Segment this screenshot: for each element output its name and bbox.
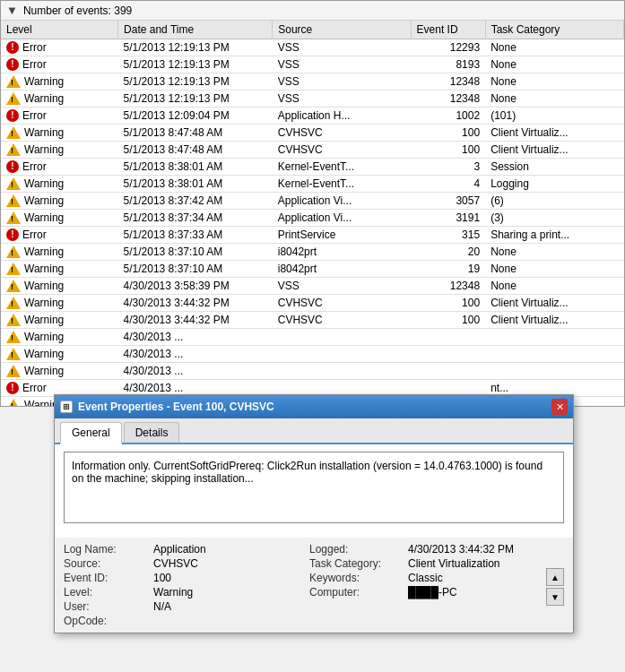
datetime-cell: 5/1/2013 8:37:10 AM [118, 244, 273, 261]
taskcategory-cell: (101) [485, 108, 623, 125]
eventid-cell: 100 [411, 125, 485, 142]
table-header: Level Date and Time Source Event ID Task… [1, 21, 624, 39]
source-cell: i8042prt [273, 244, 411, 261]
logged-label: Logged: [309, 543, 408, 556]
taskcategory-cell: None [485, 90, 623, 108]
level-cell: Warning [6, 348, 113, 360]
warning-icon [6, 399, 21, 406]
table-row[interactable]: !Error5/1/2013 12:19:13 PMVSS8193None [1, 56, 624, 73]
level-cell: Warning [6, 246, 113, 258]
level-text: Warning [24, 331, 64, 343]
datetime-cell: 4/30/2013 ... [118, 363, 273, 380]
table-row[interactable]: !Error5/1/2013 8:38:01 AMKernel-EventT..… [1, 159, 624, 176]
datetime-cell: 5/1/2013 8:38:01 AM [118, 159, 273, 176]
table-row[interactable]: Warning4/30/2013 ... [1, 329, 624, 346]
col-eventid[interactable]: Event ID [411, 21, 485, 39]
taskcategory-cell [485, 363, 623, 380]
taskcategory-cell: None [485, 278, 623, 295]
eventid-cell: 19 [411, 261, 485, 278]
eventid-cell: 3057 [411, 193, 485, 210]
datetime-cell: 5/1/2013 8:37:10 AM [118, 261, 273, 278]
eventid-cell: 100 [411, 312, 485, 329]
opcode-value [153, 615, 309, 627]
table-row[interactable]: Warning5/1/2013 8:37:10 AMi8042prt20None [1, 244, 624, 261]
source-cell: VSS [273, 56, 411, 73]
taskcategory-cell: None [485, 244, 623, 261]
event-id-label: Event ID: [64, 572, 153, 584]
table-row[interactable]: Warning5/1/2013 12:19:13 PMVSS12348None [1, 73, 624, 90]
dialog-footer: Log Name: Application Logged: 4/30/2013 … [55, 538, 573, 633]
table-row[interactable]: !Error5/1/2013 12:09:04 PMApplication H.… [1, 108, 624, 125]
warning-icon [6, 297, 21, 309]
table-row[interactable]: Warning5/1/2013 8:37:42 AMApplication Vi… [1, 193, 624, 210]
table-row[interactable]: !Error5/1/2013 12:19:13 PMVSS12293None [1, 39, 624, 56]
datetime-cell: 5/1/2013 8:37:33 AM [118, 227, 273, 244]
source-cell: VSS [273, 73, 411, 90]
computer-label: Computer: [309, 586, 408, 599]
error-icon: ! [6, 160, 19, 173]
level-cell: Warning [6, 211, 113, 224]
level-text: Warning [24, 143, 64, 156]
eventid-cell: 12293 [411, 39, 485, 56]
level-cell: Warning [6, 280, 113, 292]
keywords-value: Classic [408, 572, 564, 584]
table-row[interactable]: Warning5/1/2013 12:19:13 PMVSS12348None [1, 90, 624, 108]
event-message: Information only. CurrentSoftGridPrereq:… [64, 452, 564, 523]
taskcategory-cell: Client Virtualiz... [485, 295, 623, 312]
level-cell: Warning [6, 331, 113, 343]
scroll-up-button[interactable]: ▲ [546, 568, 564, 586]
col-datetime[interactable]: Date and Time [118, 21, 273, 39]
details-grid: Log Name: Application Logged: 4/30/2013 … [64, 543, 564, 627]
level-text: Warning [24, 280, 64, 292]
taskcategory-cell: Client Virtualiz... [485, 312, 623, 329]
table-row[interactable]: Warning5/1/2013 8:47:48 AMCVHSVC100Clien… [1, 142, 624, 159]
datetime-cell: 5/1/2013 8:37:42 AM [118, 193, 273, 210]
opcode-label: OpCode: [64, 615, 153, 627]
source-cell: CVHSVC [273, 312, 411, 329]
table-row[interactable]: Warning4/30/2013 ... [1, 346, 624, 363]
datetime-cell: 5/1/2013 8:47:48 AM [118, 125, 273, 142]
datetime-cell: 5/1/2013 8:38:01 AM [118, 176, 273, 193]
level-text: Warning [24, 246, 64, 258]
table-row[interactable]: Warning5/1/2013 8:37:34 AMApplication Vi… [1, 210, 624, 227]
dialog-content: Information only. CurrentSoftGridPrereq:… [55, 444, 573, 538]
level-text: Warning [24, 126, 64, 139]
eventid-cell: 12348 [411, 90, 485, 108]
scroll-down-button[interactable]: ▼ [546, 588, 564, 606]
taskcategory-cell: None [485, 39, 623, 56]
table-row[interactable]: Warning4/30/2013 3:44:32 PMCVHSVC100Clie… [1, 312, 624, 329]
col-source[interactable]: Source [273, 21, 411, 39]
source-cell: CVHSVC [273, 125, 411, 142]
dialog-title-left: ⊞ Event Properties - Event 100, CVHSVC [60, 401, 274, 413]
col-taskcategory[interactable]: Task Category [485, 21, 623, 39]
taskcategory-cell [485, 346, 623, 363]
taskcategory-cell: None [485, 73, 623, 90]
taskcategory-cell: Client Virtualiz... [485, 142, 623, 159]
source-cell: Application H... [273, 108, 411, 125]
level-text: Error [22, 228, 47, 241]
tab-details[interactable]: Details [124, 422, 180, 443]
eventid-cell: 3 [411, 159, 485, 176]
taskcategory-cell: Session [485, 159, 623, 176]
filter-bar: ▼ Number of events: 399 [1, 1, 624, 21]
table-row[interactable]: Warning5/1/2013 8:47:48 AMCVHSVC100Clien… [1, 125, 624, 142]
table-row[interactable]: Warning5/1/2013 8:38:01 AMKernel-EventT.… [1, 176, 624, 193]
table-row[interactable]: !Error5/1/2013 8:37:33 AMPrintService315… [1, 227, 624, 244]
warning-icon [6, 331, 21, 343]
source-cell: VSS [273, 39, 411, 56]
warning-icon [6, 194, 21, 207]
table-row[interactable]: Warning4/30/2013 ... [1, 363, 624, 380]
col-level[interactable]: Level [1, 21, 118, 39]
table-row[interactable]: Warning5/1/2013 8:37:10 AMi8042prt19None [1, 261, 624, 278]
level-text: Error [22, 41, 47, 54]
level-text: Error [22, 382, 47, 394]
level-cell: Warning [6, 314, 113, 326]
dialog-close-button[interactable]: ✕ [551, 399, 568, 415]
source-label: Source: [64, 557, 153, 570]
table-row[interactable]: Warning4/30/2013 3:44:32 PMCVHSVC100Clie… [1, 295, 624, 312]
datetime-cell: 4/30/2013 3:44:32 PM [118, 312, 273, 329]
tab-general[interactable]: General [60, 422, 122, 444]
table-row[interactable]: Warning4/30/2013 3:58:39 PMVSS12348None [1, 278, 624, 295]
user-label: User: [64, 600, 153, 613]
level-cell: Warning [6, 92, 113, 105]
